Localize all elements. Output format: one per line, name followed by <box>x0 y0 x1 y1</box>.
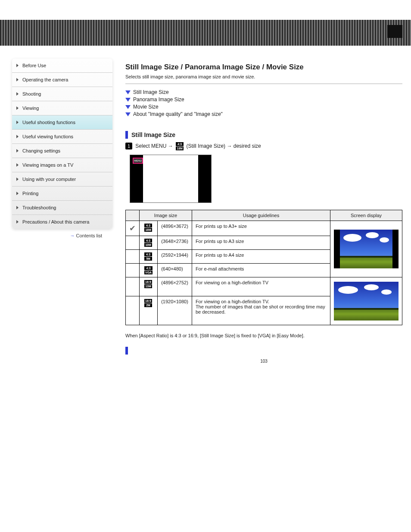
sidebar-item-useful-shooting[interactable]: Useful shooting functions <box>12 115 112 130</box>
divider <box>125 84 402 84</box>
toc-item[interactable]: Panorama Image Size <box>125 96 402 103</box>
page-corner-badge <box>387 25 402 38</box>
sidebar-item-shooting[interactable]: Shooting <box>12 87 112 101</box>
sidebar-item-label: Precautions / About this camera <box>22 219 89 224</box>
toc-item[interactable]: About "Image quality" and "Image size" <box>125 111 402 117</box>
sidebar-wrap: Before Use Operating the camera Shooting… <box>12 59 112 238</box>
toc-item[interactable]: Movie Size <box>125 104 402 110</box>
section-bar-icon <box>125 131 128 139</box>
menu-button-icon: MENU <box>133 158 143 164</box>
content-area: Still Image Size / Panorama Image Size /… <box>125 59 402 364</box>
screenshot-illustration: MENU <box>130 155 212 203</box>
icon-cell: 16:92M <box>140 296 158 325</box>
section-header: Still Image Size <box>125 131 402 139</box>
triangle-down-icon <box>125 90 131 94</box>
sidebar-item-operating[interactable]: Operating the camera <box>12 73 112 87</box>
sidebar-item-troubleshooting[interactable]: Troubleshooting <box>12 201 112 215</box>
sidebar-item-before-use[interactable]: Before Use <box>12 59 112 73</box>
toc-label: About "Image quality" and "Image size" <box>133 111 223 117</box>
triangle-down-icon <box>125 105 131 109</box>
size-cell: (1920×1080) <box>158 296 192 325</box>
image-size-icon: 4:318M <box>144 224 152 232</box>
col-check <box>126 210 140 221</box>
sidebar-item-viewing[interactable]: Viewing <box>12 101 112 115</box>
toc-label: Still Image Size <box>133 89 169 95</box>
table-row: ✔ 4:318M (4896×3672) For prints up to A3… <box>126 221 402 236</box>
page-subtitle: Selects still image size, panorama image… <box>125 74 402 79</box>
sidebar-item-label: Operating the camera <box>22 77 68 82</box>
contents-list-label: Contents list <box>76 233 102 238</box>
table-header-row: Image size Usage guidelines Screen displ… <box>126 210 402 221</box>
check-cell <box>126 236 140 250</box>
header-banner <box>0 20 411 46</box>
toc-label: Movie Size <box>133 104 159 110</box>
options-table: Image size Usage guidelines Screen displ… <box>125 210 402 325</box>
sidebar-item-precautions[interactable]: Precautions / About this camera <box>12 215 112 229</box>
sidebar-item-tv[interactable]: Viewing images on a TV <box>12 158 112 172</box>
triangle-down-icon <box>125 112 131 116</box>
usage-cell: For viewing on a high-definition TV <box>192 277 330 296</box>
sidebar-item-label: Viewing images on a TV <box>22 162 73 168</box>
sidebar-item-computer[interactable]: Using with your computer <box>12 172 112 187</box>
ratio-label: 4:3 <box>176 142 184 146</box>
sidebar-item-label: Using with your computer <box>22 177 76 182</box>
icon-cell: 4:3VGA <box>140 264 158 277</box>
icon-cell: 4:35M <box>140 250 158 264</box>
step-text-c: desired size <box>234 143 261 149</box>
size-cell: (4896×2752) <box>158 277 192 296</box>
footer-note: When [Aspect Ratio] is 4:3 or 16:9, [Sti… <box>125 333 402 338</box>
usage-cell: For viewing on a high-definition TV. The… <box>192 296 330 325</box>
sidebar-item-label: Changing settings <box>22 148 60 153</box>
check-icon: ✔ <box>129 224 136 233</box>
col-display: Screen display <box>330 210 402 221</box>
sidebar-item-label: Useful shooting functions <box>22 120 75 125</box>
step-number-icon: 1 <box>125 143 132 149</box>
section-header-next <box>125 347 402 355</box>
sidebar-item-useful-viewing[interactable]: Useful viewing functions <box>12 130 112 144</box>
sidebar-item-label: Before Use <box>22 63 46 68</box>
sidebar: Before Use Operating the camera Shooting… <box>12 59 112 229</box>
image-size-icon: 4:35M <box>144 252 152 261</box>
sidebar-item-label: Printing <box>22 191 38 196</box>
section-bar-icon <box>125 347 128 355</box>
triangle-down-icon <box>125 98 131 102</box>
sidebar-item-changing-settings[interactable]: Changing settings <box>12 144 112 158</box>
check-cell: ✔ <box>126 221 140 236</box>
size-cell: (2592×1944) <box>158 250 192 264</box>
display-cell <box>330 277 402 325</box>
size-cell: (3648×2736) <box>158 236 192 250</box>
toc-label: Panorama Image Size <box>133 96 184 103</box>
size-cell: (640×480) <box>158 264 192 277</box>
image-size-icon: 4:3 18M <box>176 142 184 150</box>
icon-cell: 4:310M <box>140 236 158 250</box>
size-cell: (4896×3672) <box>158 221 192 236</box>
usage-cell: For prints up to A4 size <box>192 250 330 264</box>
table-row: 16:913M (4896×2752) For viewing on a hig… <box>126 277 402 296</box>
usage-cell: For prints up to A3+ size <box>192 221 330 236</box>
sidebar-item-label: Shooting <box>22 91 41 96</box>
section-title: Still Image Size <box>131 131 175 138</box>
sidebar-item-label: Useful viewing functions <box>22 134 73 139</box>
page-number: 103 <box>125 359 402 364</box>
contents-list-link[interactable]: → Contents list <box>12 229 112 238</box>
step-text-a: Select MENU <box>135 143 166 149</box>
check-cell <box>126 296 140 325</box>
display-cell <box>330 221 402 277</box>
step-text-b: (Still Image Size) <box>186 143 225 149</box>
usage-cell: For e-mail attachments <box>192 264 330 277</box>
thumbnail-16-9 <box>334 282 399 320</box>
col-usage: Usage guidelines <box>192 210 330 221</box>
mp-label: 18M <box>176 146 184 150</box>
step-instruction: 1 Select MENU → 4:3 18M (Still Image Siz… <box>125 142 402 150</box>
col-size: Image size <box>140 210 192 221</box>
image-size-icon: 4:3VGA <box>144 266 153 274</box>
image-size-icon: 16:913M <box>144 280 152 288</box>
image-size-icon: 16:92M <box>144 299 152 307</box>
icon-cell: 16:913M <box>140 277 158 296</box>
check-cell <box>126 250 140 264</box>
toc-item[interactable]: Still Image Size <box>125 89 402 95</box>
usage-cell: For prints up to A3 size <box>192 236 330 250</box>
image-size-icon: 4:310M <box>144 239 152 247</box>
main-layout: Before Use Operating the camera Shooting… <box>0 46 411 372</box>
sidebar-item-printing[interactable]: Printing <box>12 187 112 201</box>
